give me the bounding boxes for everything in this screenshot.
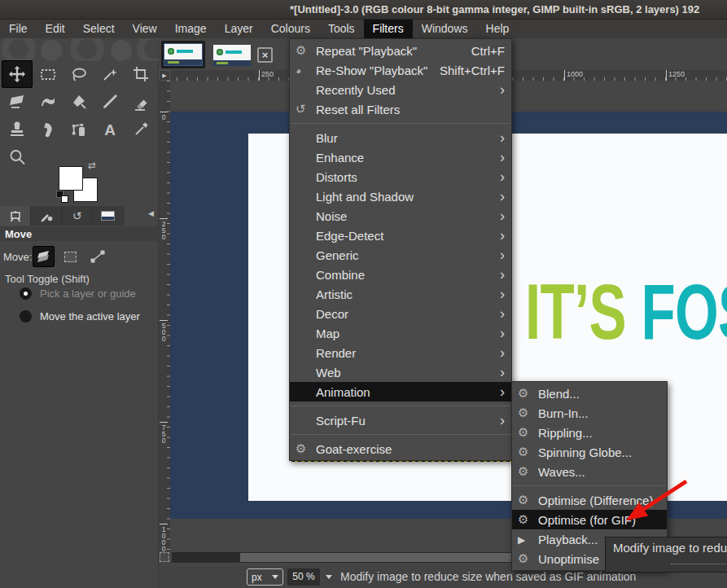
menu-separator xyxy=(291,434,510,435)
menu-item-web[interactable]: Web xyxy=(290,362,511,382)
menu-item-blur[interactable]: Blur xyxy=(290,128,511,147)
shear-icon xyxy=(8,93,26,111)
menu-view[interactable]: View xyxy=(124,20,166,38)
h-ruler-label: 1000 xyxy=(564,70,583,81)
tool-smudge[interactable] xyxy=(33,116,64,143)
tool-crop[interactable] xyxy=(125,60,156,88)
annotation-arrow xyxy=(602,468,700,533)
zoom-dropdown-button[interactable] xyxy=(322,568,336,586)
tab-tool-options[interactable] xyxy=(0,206,31,226)
statusbar-message: Modify image to reduce size when saved a… xyxy=(340,570,636,583)
menu-help[interactable]: Help xyxy=(477,20,519,38)
radio-pick-layer[interactable]: Pick a layer or guide xyxy=(20,287,136,300)
logo-word-2: FOS xyxy=(642,268,727,355)
image-thumb-icon xyxy=(101,211,115,221)
tool-eraser[interactable] xyxy=(125,88,156,116)
menu-item-animation[interactable]: Animation xyxy=(290,382,511,402)
menu-filters[interactable]: Filters xyxy=(364,20,413,38)
menu-tools[interactable]: Tools xyxy=(319,20,364,38)
menu-item-render[interactable]: Render xyxy=(290,343,511,362)
menu-item-artistic[interactable]: Artistic xyxy=(290,284,511,304)
tool-shear[interactable] xyxy=(2,88,33,116)
vertical-ruler[interactable]: 0 250 500 750 1000 xyxy=(159,81,170,551)
tab-device-status[interactable] xyxy=(31,206,62,226)
tool-free-select[interactable] xyxy=(64,60,94,88)
zoom-value[interactable]: 50 % xyxy=(287,568,320,586)
submenu-chevron-icon xyxy=(495,228,505,243)
menu-item-script-fu[interactable]: Script-Fu xyxy=(290,410,511,430)
menu-item-repeat[interactable]: Repeat "Playback" Ctrl+F xyxy=(290,41,511,60)
gear-icon xyxy=(518,464,538,479)
tab-image-thumbnail[interactable] xyxy=(93,206,124,226)
tool-airbrush[interactable] xyxy=(64,116,94,143)
undo-history-icon: ↺ xyxy=(72,209,82,222)
move-path-button[interactable] xyxy=(86,246,108,267)
menu-item-combine[interactable]: Combine xyxy=(290,265,511,284)
tool-paintbrush[interactable] xyxy=(94,88,125,116)
menu-edit[interactable]: Edit xyxy=(37,20,74,38)
foreground-color-swatch[interactable] xyxy=(59,166,83,191)
image-tab-2[interactable] xyxy=(211,42,253,68)
menu-item-light-and-shadow[interactable]: Light and Shadow xyxy=(290,186,511,206)
menu-item-enhance[interactable]: Enhance xyxy=(290,147,511,167)
tool-rectangle-select[interactable] xyxy=(33,60,64,88)
menu-colours[interactable]: Colours xyxy=(262,20,319,38)
warp-icon xyxy=(39,93,57,111)
menu-windows[interactable]: Windows xyxy=(413,20,477,38)
tool-bucket-fill[interactable] xyxy=(64,88,94,116)
unit-dropdown[interactable]: px xyxy=(247,568,283,586)
default-colors-icon[interactable] xyxy=(56,191,69,204)
menu-item-edge-detect[interactable]: Edge-Detect xyxy=(290,226,511,245)
ruler-origin-button[interactable]: ▶ xyxy=(159,70,170,81)
menu-item-reset-all-filters[interactable]: Reset all Filters xyxy=(290,99,511,119)
menu-layer[interactable]: Layer xyxy=(216,20,262,38)
menu-image[interactable]: Image xyxy=(166,20,216,38)
submenu-item-blend[interactable]: Blend... xyxy=(512,384,667,403)
radio-label: Move the active layer xyxy=(40,310,140,323)
submenu-item-burn-in[interactable]: Burn-In... xyxy=(512,403,667,423)
swap-colors-icon[interactable]: ⇄ xyxy=(88,160,96,171)
path-icon xyxy=(90,249,106,264)
tab-undo-history[interactable]: ↺ xyxy=(62,206,93,226)
menu-item-distorts[interactable]: Distorts xyxy=(290,167,511,186)
menu-item-recently-used[interactable]: Recently Used xyxy=(290,80,511,99)
menubar: File Edit Select View Image Layer Colour… xyxy=(0,20,727,38)
bucket-icon xyxy=(70,93,88,111)
radio-move-active-layer[interactable]: Move the active layer xyxy=(20,310,140,323)
gear-icon xyxy=(518,425,538,440)
dock-collapse-button[interactable]: ◀ xyxy=(148,209,154,217)
menu-separator xyxy=(291,123,510,124)
menu-item-reshow[interactable]: Re-Show "Playback" Shift+Ctrl+F xyxy=(290,60,511,80)
move-layer-button[interactable] xyxy=(33,246,55,267)
menu-item-map[interactable]: Map xyxy=(290,323,511,343)
submenu-chevron-icon xyxy=(495,150,505,165)
tooltip-dotted-line xyxy=(671,564,727,564)
quick-mask-toggle[interactable] xyxy=(160,552,169,562)
tool-color-picker[interactable] xyxy=(125,116,156,143)
filters-menu: Repeat "Playback" Ctrl+F Re-Show "Playba… xyxy=(289,38,512,461)
airbrush-icon xyxy=(70,121,88,138)
gear-icon xyxy=(518,551,538,566)
tool-text[interactable]: A xyxy=(94,116,125,143)
move-selection-button[interactable] xyxy=(59,246,81,267)
tool-zoom[interactable] xyxy=(2,143,33,171)
menu-item-goat-exercise[interactable]: Goat-exercise xyxy=(290,439,511,459)
menu-item-noise[interactable]: Noise xyxy=(290,206,511,226)
menu-item-decor[interactable]: Decor xyxy=(290,304,511,323)
close-image-icon[interactable]: × xyxy=(257,47,273,63)
tool-clone[interactable] xyxy=(2,116,33,143)
menu-file[interactable]: File xyxy=(0,20,37,38)
clone-stamp-icon xyxy=(8,121,26,138)
submenu-item-rippling[interactable]: Rippling... xyxy=(512,423,667,442)
move-label: Move: xyxy=(3,251,33,263)
tool-warp[interactable] xyxy=(33,88,64,116)
submenu-chevron-icon xyxy=(495,130,505,145)
tool-move[interactable] xyxy=(2,60,33,88)
menu-select[interactable]: Select xyxy=(74,20,124,38)
menu-item-generic[interactable]: Generic xyxy=(290,245,511,265)
image-tab-1[interactable] xyxy=(161,41,205,68)
tool-fuzzy-select[interactable] xyxy=(94,60,125,88)
submenu-item-spinning-globe[interactable]: Spinning Globe... xyxy=(512,442,667,462)
rectangle-select-icon xyxy=(39,65,57,83)
gear-icon xyxy=(518,445,538,459)
